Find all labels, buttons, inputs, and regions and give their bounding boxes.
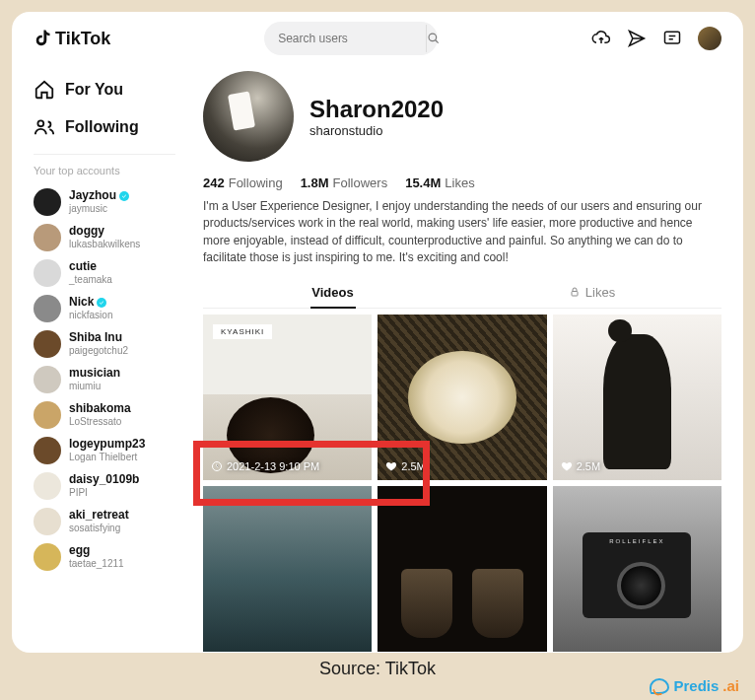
account-handle: sosatisfying [69,523,129,534]
account-avatar [34,295,61,322]
predis-bubble-icon [650,678,669,694]
divider [34,154,175,155]
account-name: Shiba Inu [69,331,128,345]
profile-username: sharonstudio [309,123,444,138]
profile-bio: I'm a User Experience Designer, I enjoy … [203,198,721,267]
account-avatar [34,472,61,500]
send-icon[interactable] [627,29,647,48]
profile-header: Sharon2020 sharonstudio [203,71,721,162]
heart-icon [561,460,573,472]
account-name: egg [69,544,124,558]
account-item[interactable]: aki_retreatsosatisfying [34,504,193,539]
video-tile[interactable] [378,486,546,652]
account-item[interactable]: daisy_0109bPIPI [34,468,193,504]
upload-icon[interactable] [591,29,611,48]
account-name: Nick [69,296,112,310]
video-tile[interactable]: 2.5M [553,315,721,480]
account-avatar [34,366,61,393]
account-handle: LoStressato [69,416,131,428]
video-tile[interactable] [203,486,372,652]
predis-text-2: .ai [722,677,739,694]
svg-line-1 [436,40,439,43]
stat-following[interactable]: 242Following [203,175,283,190]
stat-likes[interactable]: 15.4MLikes [405,175,475,190]
account-handle: taetae_1211 [69,558,124,570]
account-avatar [34,259,61,287]
account-avatar [34,543,61,571]
svg-point-0 [429,34,437,41]
home-icon [34,79,55,101]
topbar: TikTok [12,12,743,61]
account-item[interactable]: Jayzhoujaymusic [34,184,193,220]
account-item[interactable]: musicianmiumiu [34,362,193,397]
nav-label: Following [65,118,139,136]
search-box[interactable] [264,22,438,55]
heart-icon [385,460,397,472]
search-icon [427,32,441,45]
tile-overlay: 2.5M [561,460,600,472]
account-item[interactable]: Shiba Inupaigegotchu2 [34,326,193,362]
account-name: Jayzhou [69,189,129,203]
account-avatar [34,401,61,429]
account-avatar [34,437,61,464]
tab-label: Likes [585,285,615,300]
svg-point-3 [37,120,43,126]
profile-main: Sharon2020 sharonstudio 242Following 1.8… [193,61,743,653]
accounts-list: Jayzhoujaymusicdoggylukasbakwilkenscutie… [34,184,193,575]
profile-stats: 242Following 1.8MFollowers 15.4MLikes [203,175,721,190]
profile-avatar[interactable] [203,71,294,162]
profile-tabs: Videos Likes [203,277,721,309]
account-handle: jaymusic [69,203,129,215]
topbar-actions [591,27,721,50]
account-name: doggy [69,225,140,239]
account-handle: _teamaka [69,274,112,286]
account-item[interactable]: shibakomaLoStressato [34,397,193,433]
body: For You Following Your top accounts Jayz… [12,61,743,653]
profile-display-name: Sharon2020 [309,96,444,123]
video-tile[interactable]: ROLLEIFLEX [553,486,721,652]
tab-likes[interactable]: Likes [462,277,721,308]
account-name: logeypump23 [69,438,145,452]
inbox-icon[interactable] [662,29,682,48]
verified-badge-icon [97,298,106,308]
profile-name-block: Sharon2020 sharonstudio [309,96,444,138]
account-avatar [34,508,61,535]
account-item[interactable]: eggtaetae_1211 [34,539,193,575]
svg-rect-4 [572,292,578,297]
tile-overlay: 2021-2-13 9:10 PM [211,460,319,472]
search-button[interactable] [426,25,441,52]
account-name: shibakoma [69,402,131,416]
account-avatar [34,224,61,251]
tiktok-logo[interactable]: TikTok [34,29,110,49]
video-tile[interactable]: 2.5M [378,315,546,480]
account-name: musician [69,367,120,381]
account-item[interactable]: cutie_teamaka [34,255,193,291]
video-tile[interactable]: 2021-2-13 9:10 PM [203,315,372,480]
sidebar: For You Following Your top accounts Jayz… [12,61,193,653]
stat-followers[interactable]: 1.8MFollowers [301,175,388,190]
account-name: cutie [69,260,112,274]
top-accounts-heading: Your top accounts [34,165,193,176]
verified-badge-icon [119,191,129,201]
account-item[interactable]: doggylukasbakwilkens [34,220,193,255]
current-user-avatar[interactable] [698,27,721,50]
account-handle: PIPI [69,487,139,499]
video-grid: 2021-2-13 9:10 PM 2.5M 2.5M [203,315,721,652]
account-name: aki_retreat [69,509,129,523]
search-input[interactable] [278,32,426,45]
account-avatar [34,330,61,358]
nav-for-you[interactable]: For You [34,71,193,108]
account-item[interactable]: Nicknickfasion [34,291,193,326]
account-item[interactable]: logeypump23Logan Thielbert [34,433,193,468]
tiktok-note-icon [34,29,51,48]
account-avatar [34,188,61,216]
account-name: daisy_0109b [69,473,139,487]
svg-rect-2 [664,32,679,43]
clock-icon [211,460,223,472]
brand-text: TikTok [55,29,110,49]
predis-text-1: Predis [673,677,719,694]
account-handle: paigegotchu2 [69,345,128,357]
nav-following[interactable]: Following [34,108,193,146]
tab-videos[interactable]: Videos [203,277,462,308]
tab-label: Videos [311,285,353,300]
